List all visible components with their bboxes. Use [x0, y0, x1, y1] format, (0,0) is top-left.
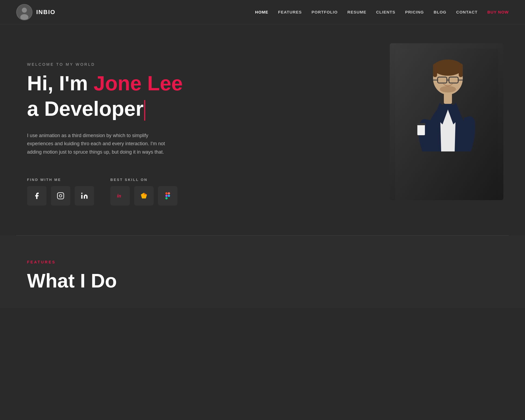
figma-icon	[164, 192, 171, 200]
find-with-me-label: FIND WITH ME	[27, 178, 94, 182]
features-section: FEATURES What I Do	[0, 236, 525, 308]
svg-rect-6	[81, 195, 82, 199]
nav-item-contact[interactable]: CONTACT	[456, 10, 478, 15]
nav-link-contact[interactable]: CONTACT	[456, 10, 478, 14]
nav-link-features[interactable]: FEATURES	[278, 10, 302, 14]
instagram-icon-box[interactable]	[51, 186, 70, 206]
nav-item-resume[interactable]: RESUME	[347, 10, 366, 15]
avatar	[16, 4, 32, 20]
svg-rect-13	[166, 192, 168, 194]
hero-subtitle: a Developer	[27, 97, 203, 121]
features-section-label: FEATURES	[27, 260, 498, 264]
nav-links: HOME FEATURES PORTFOLIO RESUME CLIENTS P…	[255, 10, 509, 15]
hero-socials-area: FIND WITH ME	[27, 178, 203, 206]
hero-section: WELCOME TO MY WORLD Hi, I'm Jone Lee a D…	[0, 24, 525, 235]
cursor-blink	[144, 100, 145, 121]
svg-rect-14	[168, 192, 170, 194]
nav-item-pricing[interactable]: PRICING	[405, 10, 424, 15]
social-icons-row	[27, 186, 94, 206]
svg-rect-31	[444, 92, 452, 104]
nav-item-clients[interactable]: CLIENTS	[376, 10, 395, 15]
svg-point-7	[81, 193, 82, 194]
linkedin-icon	[81, 192, 88, 200]
logo-text: INBIO	[36, 9, 55, 16]
hero-welcome-text: WELCOME TO MY WORLD	[27, 62, 203, 67]
sketch-icon	[140, 192, 148, 200]
nav-link-home[interactable]: HOME	[255, 10, 268, 14]
svg-text:in: in	[117, 193, 121, 199]
hero-title: Hi, I'm Jone Lee	[27, 72, 203, 95]
nav-item-blog[interactable]: BLOG	[434, 10, 446, 15]
find-with-me-group: FIND WITH ME	[27, 178, 94, 206]
svg-point-17	[168, 195, 170, 197]
invision-icon-box[interactable]: in	[110, 186, 130, 206]
person-illustration	[395, 49, 498, 200]
facebook-icon	[33, 192, 41, 200]
svg-rect-16	[166, 197, 168, 199]
instagram-icon	[57, 192, 64, 200]
nav-item-buy-now[interactable]: BUY NOW	[487, 10, 509, 15]
svg-point-2	[20, 14, 28, 20]
sketch-icon-box[interactable]	[134, 186, 154, 206]
svg-rect-3	[57, 193, 64, 199]
skill-icons-row: in	[110, 186, 177, 206]
figma-icon-box[interactable]	[158, 186, 177, 206]
linkedin-icon-box[interactable]	[75, 186, 94, 206]
svg-rect-22	[459, 64, 463, 77]
best-skill-group: BEST SKILL ON in	[110, 178, 177, 206]
facebook-icon-box[interactable]	[27, 186, 47, 206]
nav-link-portfolio[interactable]: PORTFOLIO	[312, 10, 338, 14]
logo[interactable]: INBIO	[16, 4, 55, 20]
svg-point-4	[59, 195, 62, 197]
invision-icon: in	[116, 192, 124, 200]
nav-link-blog[interactable]: BLOG	[434, 10, 446, 14]
hero-image	[390, 43, 503, 200]
navbar: INBIO HOME FEATURES PORTFOLIO RESUME CLI…	[0, 0, 525, 24]
hero-name: Jone Lee	[94, 72, 183, 95]
hero-greeting: Hi, I'm	[27, 72, 94, 95]
svg-point-1	[22, 8, 27, 13]
svg-rect-15	[166, 195, 168, 197]
hero-description: I use animation as a third dimension by …	[27, 131, 168, 156]
nav-link-resume[interactable]: RESUME	[347, 10, 366, 14]
svg-point-28	[440, 86, 456, 92]
svg-rect-21	[433, 64, 437, 77]
features-title: What I Do	[27, 270, 498, 292]
nav-item-portfolio[interactable]: PORTFOLIO	[312, 10, 338, 15]
hero-subtitle-text: a Developer	[27, 97, 144, 120]
nav-link-buy-now[interactable]: BUY NOW	[487, 10, 509, 14]
best-skill-label: BEST SKILL ON	[110, 178, 177, 182]
nav-item-home[interactable]: HOME	[255, 10, 268, 15]
nav-link-clients[interactable]: CLIENTS	[376, 10, 395, 14]
svg-rect-30	[417, 123, 425, 125]
svg-point-20	[433, 59, 463, 76]
nav-item-features[interactable]: FEATURES	[278, 10, 302, 15]
hero-content: WELCOME TO MY WORLD Hi, I'm Jone Lee a D…	[27, 46, 203, 206]
svg-point-5	[62, 194, 62, 194]
svg-rect-29	[417, 124, 425, 135]
nav-link-pricing[interactable]: PRICING	[405, 10, 424, 14]
